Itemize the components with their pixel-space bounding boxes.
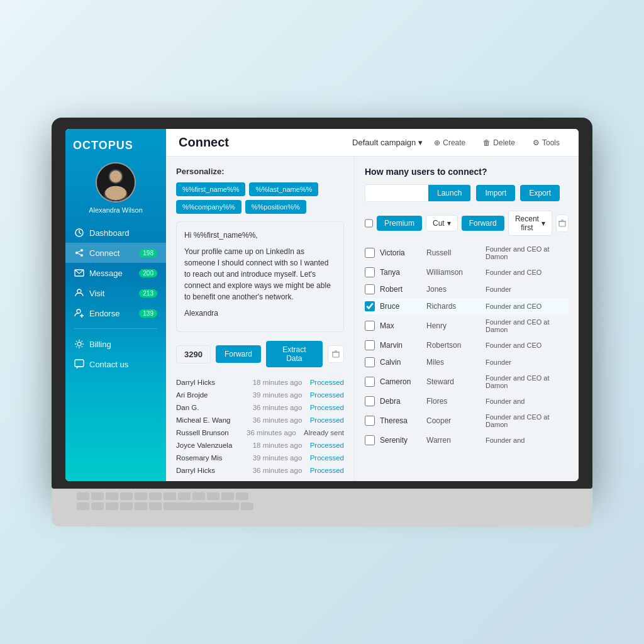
- activity-name-8: Darryl Hicks: [176, 467, 249, 474]
- svg-point-4: [105, 186, 126, 201]
- user-checkbox-7[interactable]: [365, 377, 375, 387]
- user-checkbox-1[interactable]: [365, 267, 375, 277]
- activity-time-4: 36 minutes ago: [253, 416, 306, 424]
- activity-status-3: Processed: [310, 404, 344, 411]
- svg-line-11: [78, 251, 80, 252]
- svg-point-9: [75, 252, 78, 254]
- sidebar-item-contact[interactable]: Contact us: [65, 354, 166, 374]
- key: [106, 502, 118, 510]
- campaign-chevron-icon: ▾: [418, 138, 423, 147]
- user-last-10: Warren: [426, 436, 483, 445]
- main-content: Connect Default campaign ▾ ⊕ Create: [166, 129, 579, 481]
- spacebar-key: [164, 502, 239, 510]
- user-checkbox-3[interactable]: [365, 301, 375, 311]
- launch-row: Launch Import Export: [365, 184, 569, 202]
- cut-filter-button[interactable]: Cut ▾: [426, 215, 458, 231]
- sidebar-item-message-label: Message: [89, 269, 139, 278]
- sidebar-item-visit[interactable]: Visit 213: [65, 283, 166, 303]
- activity-status-5: Already sent: [304, 429, 344, 436]
- sidebar-item-dashboard-label: Dashboard: [89, 228, 157, 238]
- key: [135, 502, 147, 510]
- filter-delete-button[interactable]: [556, 214, 569, 232]
- activity-status-8: Processed: [310, 467, 344, 474]
- extract-data-button[interactable]: Extract Data: [266, 341, 323, 367]
- gear-billing-icon: [74, 339, 84, 349]
- user-first-6: Calvin: [380, 358, 424, 367]
- user-checkbox-10[interactable]: [365, 435, 375, 445]
- export-button[interactable]: Export: [520, 185, 560, 201]
- message-signature: Alexandra: [184, 308, 336, 319]
- create-button[interactable]: ⊕ Create: [428, 136, 472, 150]
- activity-row-7: Rosemary Mis 39 minutes ago Processed: [176, 452, 344, 464]
- laptop-keyboard: [52, 489, 592, 526]
- tag-company[interactable]: %%company%%: [176, 200, 242, 214]
- activity-status-1: Processed: [310, 379, 344, 386]
- user-first-10: Serenity: [380, 436, 424, 445]
- select-all-checkbox[interactable]: [365, 218, 373, 228]
- key: [149, 502, 162, 510]
- keyboard-keys: [52, 489, 592, 514]
- user-row-6: Calvin Miles Founder: [365, 354, 569, 371]
- message-editor[interactable]: Hi %%first_name%%, Your profile came up …: [176, 221, 344, 332]
- user-checkbox-5[interactable]: [365, 340, 375, 350]
- delete-trash-icon: 🗑: [483, 138, 491, 147]
- left-panel: Personalize: %%first_name%% %%last_name%…: [166, 157, 355, 481]
- sidebar-item-dashboard[interactable]: Dashboard: [65, 223, 166, 243]
- user-first-9: Theresa: [380, 416, 424, 425]
- activity-status-4: Processed: [310, 416, 344, 424]
- tools-button[interactable]: ⚙ Tools: [526, 136, 566, 150]
- svg-point-15: [77, 309, 80, 313]
- user-checkbox-2[interactable]: [365, 284, 375, 294]
- forward-filter-button[interactable]: Forward: [462, 216, 504, 231]
- create-plus-icon: ⊕: [434, 138, 440, 147]
- activity-time-5: 36 minutes ago: [247, 429, 300, 436]
- clock-icon: [74, 228, 84, 238]
- sidebar-item-endorse[interactable]: Endorse 139: [65, 303, 166, 323]
- premium-filter-button[interactable]: Premium: [377, 216, 422, 231]
- user-name-label: Alexandra Wilson: [89, 206, 143, 214]
- user-checkbox-0[interactable]: [365, 248, 375, 258]
- person-icon: [74, 288, 84, 298]
- recent-sort-button[interactable]: Recent first ▾: [508, 211, 552, 236]
- user-checkbox-6[interactable]: [365, 357, 375, 367]
- launch-button[interactable]: Launch: [428, 185, 470, 201]
- user-checkbox-4[interactable]: [365, 321, 375, 331]
- user-role-8: Founder and: [486, 397, 569, 405]
- launch-number-input[interactable]: [365, 185, 428, 201]
- activity-name-5: Russell Brunson: [176, 429, 243, 436]
- activity-status-2: Processed: [310, 391, 344, 399]
- count-display: 3290: [176, 345, 211, 364]
- user-list: Victoria Russell Founder and CEO at Damo…: [365, 242, 569, 449]
- forward-action-button[interactable]: Forward: [216, 345, 261, 363]
- tag-last-name[interactable]: %%last_name%%: [249, 182, 318, 196]
- import-button[interactable]: Import: [476, 185, 515, 201]
- top-actions: Default campaign ▾ ⊕ Create 🗑 Delete: [352, 136, 566, 150]
- sidebar-item-message[interactable]: Message 200: [65, 263, 166, 283]
- tag-first-name[interactable]: %%first_name%%: [176, 182, 245, 196]
- user-row-7: Cameron Steward Founder and CEO at Damon: [365, 371, 569, 393]
- message-badge: 200: [139, 269, 157, 277]
- visit-badge: 213: [139, 289, 157, 297]
- svg-point-8: [80, 249, 83, 252]
- activity-time-3: 36 minutes ago: [253, 404, 306, 411]
- key: [91, 492, 104, 500]
- sidebar-item-connect[interactable]: Connect 198: [65, 243, 166, 263]
- activity-name-1: Darryl Hicks: [176, 379, 249, 386]
- user-checkbox-8[interactable]: [365, 396, 375, 406]
- delete-button[interactable]: 🗑 Delete: [477, 136, 521, 150]
- chat-icon: [74, 359, 84, 369]
- delete-action-button[interactable]: [328, 345, 344, 363]
- user-checkbox-9[interactable]: [365, 416, 375, 426]
- sidebar-item-billing[interactable]: Billing: [65, 334, 166, 354]
- right-panel: How many users to connect? Launch Import…: [355, 157, 579, 481]
- campaign-selector[interactable]: Default campaign ▾: [352, 138, 423, 147]
- tag-position[interactable]: %%position%%: [245, 200, 306, 214]
- user-last-2: Jones: [426, 285, 483, 294]
- user-role-0: Founder and CEO at Damon: [486, 245, 569, 260]
- key: [241, 502, 253, 510]
- page-title: Connect: [179, 135, 352, 150]
- personalize-label: Personalize:: [176, 167, 344, 176]
- user-role-2: Founder: [486, 286, 569, 293]
- activity-name-3: Dan G.: [176, 404, 249, 411]
- user-row-0: Victoria Russell Founder and CEO at Damo…: [365, 242, 569, 264]
